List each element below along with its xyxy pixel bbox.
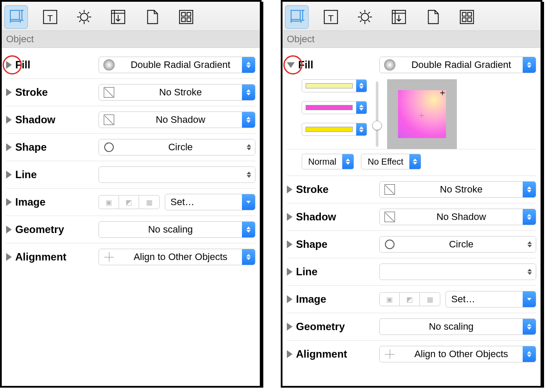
disclosure-stroke[interactable]: Stroke — [287, 183, 374, 196]
svg-rect-20 — [291, 10, 300, 20]
image-natural-icon[interactable]: ▣ — [99, 196, 119, 209]
fill-effect-value: No Effect — [361, 157, 409, 167]
row-stroke: Stroke No Stroke — [287, 176, 536, 203]
gradient-color-3[interactable] — [302, 123, 367, 136]
fill-type-popup[interactable]: Double Radial Gradient — [379, 57, 536, 73]
svg-rect-16 — [182, 13, 186, 17]
alignment-popup[interactable]: Align to Other Objects — [379, 346, 536, 362]
shape-type-popup[interactable]: Circle — [379, 236, 536, 253]
fill-type-popup[interactable]: Double Radial Gradient — [99, 57, 255, 73]
disclosure-shadow[interactable]: Shadow — [287, 211, 374, 223]
image-mode-segmented[interactable]: ▣◩▦ — [379, 292, 440, 306]
tab-text[interactable]: T — [319, 5, 343, 29]
image-stretch-icon[interactable]: ◩ — [119, 196, 139, 209]
disclosure-geometry[interactable]: Geometry — [6, 223, 93, 236]
shadow-type-popup[interactable]: No Shadow — [379, 209, 536, 225]
svg-rect-38 — [463, 18, 466, 22]
stepper-icon — [242, 57, 255, 73]
line-type-popup[interactable] — [99, 166, 255, 183]
row-line: Line — [6, 161, 255, 189]
tab-properties[interactable] — [353, 5, 377, 29]
disclosure-shape[interactable]: Shape — [6, 141, 93, 153]
image-tile-icon[interactable]: ▦ — [420, 293, 440, 306]
gradient-midpoint-slider[interactable] — [373, 79, 381, 149]
disclosure-alignment[interactable]: Alignment — [287, 348, 374, 360]
label-geometry: Geometry — [296, 321, 345, 333]
geometry-popup[interactable]: No scaling — [99, 221, 255, 238]
disclosure-stroke[interactable]: Stroke — [6, 86, 93, 98]
disclosure-line[interactable]: Line — [6, 169, 93, 181]
gradient-preview[interactable]: ＋ ＋ — [387, 79, 457, 149]
disclosure-image[interactable]: Image — [287, 293, 374, 305]
tab-document[interactable] — [421, 5, 445, 29]
svg-line-8 — [79, 12, 81, 14]
stepper-icon — [523, 182, 536, 197]
disclosure-alignment[interactable]: Alignment — [6, 251, 93, 263]
tab-object[interactable] — [285, 5, 309, 29]
disclosure-image[interactable]: Image — [6, 196, 93, 208]
svg-text:T: T — [48, 13, 53, 23]
disclosure-fill[interactable]: Fill — [287, 59, 374, 71]
tab-object[interactable] — [4, 5, 28, 29]
tab-text[interactable]: T — [38, 5, 62, 29]
tab-stencils[interactable] — [174, 5, 198, 29]
section-header-object: Object — [2, 30, 260, 48]
tab-properties[interactable] — [72, 5, 96, 29]
geometry-popup[interactable]: No scaling — [379, 318, 536, 335]
gradient-handle-outer-icon[interactable]: ＋ — [438, 87, 447, 98]
shadow-type-popup[interactable]: No Shadow — [99, 112, 255, 128]
image-set-popup[interactable]: Set… — [446, 291, 536, 308]
stepper-icon — [342, 154, 354, 169]
gradient-color-1[interactable] — [302, 79, 367, 92]
tab-stencils[interactable] — [455, 5, 479, 29]
stepper-icon — [242, 249, 255, 265]
stepper-icon — [242, 84, 255, 100]
label-alignment: Alignment — [296, 348, 347, 360]
image-mode-segmented[interactable]: ▣ ◩ ▦ — [99, 195, 160, 209]
image-natural-icon[interactable]: ▣ — [380, 293, 400, 306]
svg-text:T: T — [328, 13, 334, 23]
svg-line-9 — [88, 20, 89, 22]
shape-type-popup[interactable]: Circle — [99, 139, 255, 155]
disclosure-shape[interactable]: Shape — [287, 238, 374, 250]
disclosure-geometry[interactable]: Geometry — [287, 321, 374, 333]
disclosure-shadow[interactable]: Shadow — [6, 114, 93, 126]
alignment-value: Align to Other Objects — [119, 251, 242, 263]
row-shape: Shape Circle — [6, 134, 255, 161]
stroke-type-popup[interactable]: No Stroke — [379, 181, 536, 198]
geometry-value: No scaling — [99, 224, 242, 235]
blend-mode-popup[interactable]: Normal — [302, 154, 354, 169]
chevron-right-icon — [6, 143, 12, 151]
row-alignment: Alignment Align to Other Objects — [6, 243, 255, 270]
alignment-popup[interactable]: Align to Other Objects — [99, 249, 255, 265]
row-line: Line — [287, 258, 536, 286]
fill-effect-popup[interactable]: No Effect — [361, 154, 421, 169]
stroke-type-popup[interactable]: No Stroke — [99, 84, 255, 101]
shadow-value: No Shadow — [400, 211, 523, 223]
image-set-label: Set… — [446, 294, 523, 305]
slider-thumb[interactable] — [372, 121, 382, 130]
tab-canvas[interactable] — [106, 5, 130, 29]
disclosure-line[interactable]: Line — [287, 266, 374, 278]
image-tile-icon[interactable]: ▦ — [139, 196, 159, 209]
chevron-right-icon — [287, 350, 293, 358]
gradient-color-2[interactable] — [302, 101, 367, 114]
svg-rect-19 — [187, 18, 191, 22]
row-stroke: Stroke No Stroke — [6, 79, 255, 106]
inspector-panel-collapsed: T Object Fill Double Radial Gradient Str… — [0, 0, 262, 388]
shape-value: Circle — [119, 142, 242, 153]
gradient-handle-center-icon[interactable]: ＋ — [417, 109, 426, 121]
line-type-popup[interactable] — [379, 264, 536, 280]
disclosure-fill[interactable]: Fill — [6, 59, 93, 71]
dropdown-arrow-icon — [242, 194, 255, 210]
tab-document[interactable] — [140, 5, 164, 29]
chevron-right-icon — [6, 171, 12, 179]
svg-rect-17 — [187, 13, 191, 17]
image-stretch-icon[interactable]: ◩ — [400, 293, 420, 306]
gradient-preview-swatch: ＋ ＋ — [398, 90, 446, 138]
alignment-value: Align to Other Objects — [400, 348, 523, 360]
tab-canvas[interactable] — [387, 5, 411, 29]
stepper-icon — [242, 139, 255, 155]
image-set-popup[interactable]: Set… — [165, 194, 255, 210]
stepper-icon — [523, 237, 536, 252]
